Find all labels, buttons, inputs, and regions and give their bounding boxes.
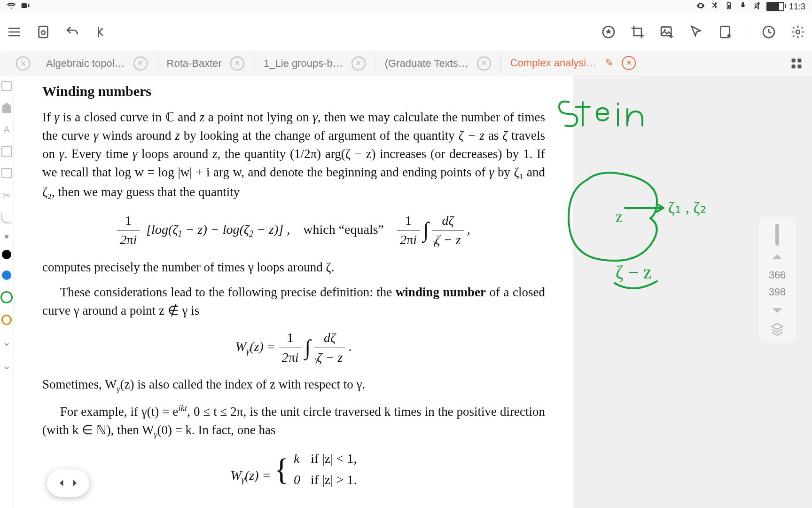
settings-button[interactable] bbox=[788, 22, 808, 42]
svg-rect-14 bbox=[797, 64, 801, 68]
svg-rect-12 bbox=[797, 59, 801, 63]
tab-graduate-texts[interactable]: (Graduate Texts… ✕ bbox=[375, 51, 500, 76]
chevron-down-icon[interactable] bbox=[770, 303, 784, 317]
crop-button[interactable] bbox=[627, 22, 648, 42]
collapse-left-button[interactable] bbox=[91, 22, 112, 42]
prev-page-icon[interactable] bbox=[57, 476, 67, 490]
document-viewport[interactable]: Winding numbers If γ is a closed curve i… bbox=[14, 76, 812, 508]
status-bar: 11:3 bbox=[0, 0, 812, 13]
insert-image-button[interactable] bbox=[656, 22, 677, 42]
tab-strip: ✕ Algebraic topol… ✕ Rota-Baxter ✕ 1_Lie… bbox=[9, 51, 812, 76]
paragraph: If γ is a closed curve in ℂ and z a poin… bbox=[42, 108, 545, 203]
page-number-current: 366 bbox=[769, 269, 786, 281]
display-equation-1: 12πi [log(ζ1 − z) − log(ζ2 − z)] , which… bbox=[42, 211, 545, 250]
display-equation-3: Wγ(z) = { kif |z| < 1, 0if |z| > 1. bbox=[42, 449, 545, 489]
status-time: 11:3 bbox=[789, 2, 805, 12]
toolbar-divider bbox=[747, 23, 747, 41]
mute-icon bbox=[752, 1, 762, 13]
layers-icon[interactable] bbox=[770, 322, 784, 336]
display-equation-2: Wγ(z) = 12πi ∫γ dζζ − z . bbox=[42, 328, 545, 367]
svg-rect-2 bbox=[728, 5, 729, 8]
battery-small-icon bbox=[724, 1, 734, 13]
close-icon[interactable]: ✕ bbox=[622, 56, 636, 70]
tab-label: Rota-Baxter bbox=[167, 57, 222, 70]
tool-item[interactable] bbox=[5, 235, 8, 238]
mic-icon bbox=[738, 1, 748, 13]
pointer-button[interactable] bbox=[686, 22, 706, 42]
left-tool-rail: A ✂ ⌄ ⌄ bbox=[0, 76, 13, 508]
tab-label: (Graduate Texts… bbox=[385, 57, 468, 70]
page-nav-pill[interactable] bbox=[47, 469, 89, 497]
paragraph: Sometimes, Wγ(z) is also called the inde… bbox=[42, 375, 545, 395]
svg-rect-11 bbox=[792, 59, 796, 63]
tool-item[interactable] bbox=[2, 103, 11, 113]
svg-text:z: z bbox=[616, 208, 623, 225]
svg-text:ζ₁ , ζ₂: ζ₁ , ζ₂ bbox=[668, 198, 707, 216]
page-scroll-indicator[interactable]: 366 398 bbox=[758, 217, 796, 342]
add-page-button[interactable] bbox=[715, 22, 735, 42]
close-icon[interactable]: ✕ bbox=[133, 56, 148, 71]
tab-rota-baxter[interactable]: Rota-Baxter ✕ bbox=[157, 51, 254, 76]
tool-item[interactable] bbox=[1, 213, 12, 223]
svg-point-10 bbox=[796, 30, 800, 34]
paragraph: These considerations lead to the followi… bbox=[42, 283, 545, 320]
tab-label: 1_Lie groups-b… bbox=[264, 57, 343, 70]
close-icon[interactable]: ✕ bbox=[477, 56, 491, 71]
tab-label: Complex analysi… bbox=[510, 57, 596, 69]
color-blue[interactable] bbox=[2, 270, 11, 280]
wifi-icon bbox=[7, 1, 16, 13]
svg-rect-6 bbox=[661, 27, 671, 36]
svg-rect-13 bbox=[792, 64, 796, 68]
favorite-button[interactable] bbox=[598, 22, 619, 42]
section-heading: Winding numbers bbox=[42, 81, 545, 102]
close-icon[interactable]: ✕ bbox=[351, 56, 366, 71]
top-toolbar bbox=[0, 13, 812, 51]
tool-item[interactable]: ⌄ bbox=[2, 336, 11, 349]
next-page-icon[interactable] bbox=[70, 476, 79, 490]
history-button[interactable] bbox=[758, 22, 779, 42]
svg-rect-0 bbox=[22, 3, 27, 8]
tool-item[interactable] bbox=[1, 146, 12, 157]
color-orange[interactable] bbox=[1, 315, 12, 325]
svg-rect-3 bbox=[39, 26, 48, 38]
tool-item[interactable]: ✂ bbox=[2, 190, 11, 202]
scroll-thumb[interactable] bbox=[775, 224, 779, 246]
record-icon bbox=[21, 1, 30, 13]
close-icon[interactable]: ✕ bbox=[230, 56, 244, 71]
page-number-next: 398 bbox=[769, 286, 786, 298]
color-green-selected[interactable] bbox=[0, 291, 13, 303]
tab-lie-groups[interactable]: 1_Lie groups-b… ✕ bbox=[254, 51, 375, 76]
edit-icon: ✎ bbox=[605, 57, 613, 69]
bluetooth-icon bbox=[710, 1, 719, 13]
tool-item[interactable]: ⌄ bbox=[2, 360, 11, 372]
paragraph: For example, if γ(t) = eikt, 0 ≤ t ≤ 2π,… bbox=[42, 402, 545, 441]
tool-item[interactable] bbox=[1, 81, 12, 91]
tab-label: Algebraic topol… bbox=[46, 57, 125, 70]
svg-text:ζ − z: ζ − z bbox=[616, 262, 652, 283]
close-first-tab-icon[interactable]: ✕ bbox=[16, 56, 30, 71]
paragraph: computes precisely the number of times γ… bbox=[42, 258, 545, 277]
tab-complex-analysis[interactable]: Complex analysi… ✎ ✕ bbox=[501, 50, 645, 77]
all-tabs-button[interactable] bbox=[789, 56, 804, 71]
color-black[interactable] bbox=[2, 250, 11, 259]
tab-algebraic-topology[interactable]: Algebraic topol… ✕ bbox=[37, 51, 157, 76]
export-button[interactable] bbox=[33, 22, 54, 42]
tool-item[interactable]: A bbox=[3, 124, 9, 135]
pdf-page: Winding numbers If γ is a closed curve i… bbox=[14, 76, 573, 508]
menu-button[interactable] bbox=[4, 22, 24, 42]
eye-icon bbox=[696, 1, 705, 13]
tool-item[interactable] bbox=[1, 168, 12, 178]
undo-button[interactable] bbox=[62, 22, 83, 42]
battery-icon bbox=[766, 2, 784, 11]
svg-point-4 bbox=[41, 31, 45, 34]
chevron-up-icon[interactable] bbox=[770, 250, 784, 264]
